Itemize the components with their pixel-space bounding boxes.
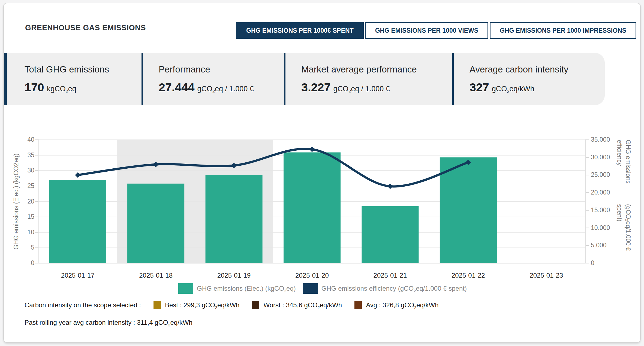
stat-total-ghg-emissions: Total GHG emissions 170kgCO2eq [4,53,142,105]
x-axis-label-2025-01-20: 2025-01-20 [281,272,344,279]
worst-swatch [252,301,259,309]
line-series-swatch [303,283,318,294]
avg-swatch [354,301,362,309]
right-axis-label-line1: GHG emissions efficiency [615,140,633,204]
right-axis-tick-label: 20.000 [591,189,610,196]
right-axis-label-line2: (gCO2eq/1.000 € spent) [615,204,633,263]
avg-label: Avg : 326,8 gCO2eq/kWh [366,301,438,309]
left-axis-tick-label: 10 [15,229,34,236]
x-axis-label-2025-01-21: 2025-01-21 [359,272,422,279]
chart-bar-2025-01-20 [284,152,341,263]
left-axis-tick-label: 0 [15,259,34,267]
x-axis-label-2025-01-22: 2025-01-22 [437,272,499,279]
left-axis-tick-label: 25 [15,182,34,190]
stat-label: Performance [159,64,284,75]
past-rolling-year-note: Past rolling year avg carbon intensity :… [25,319,192,326]
left-axis-tick-label: 40 [15,136,34,143]
chart-line-marker [309,147,315,152]
stat-value: 327 [470,81,489,94]
chart-bar-2025-01-19 [206,175,263,263]
chart-bar-2025-01-21 [362,206,419,263]
stat-market-average-performance: Market average performance 3.227gCO2eq /… [284,53,452,105]
scope-item-best: Best : 299,3 gCO2eq/kWh [154,301,240,309]
right-axis-tick-label: 25.000 [591,171,610,178]
chart-line-marker [75,172,80,178]
x-axis-label-2025-01-18: 2025-01-18 [125,272,187,279]
stat-label: Total GHG emissions [25,64,142,75]
stat-value: 27.444 [159,81,195,94]
chart-plot-area [39,140,585,263]
chart-legend: GHG emissions (Elec.) (kgCO2eq) GHG emis… [4,283,641,294]
left-axis-tick-label: 30 [15,167,34,174]
stat-average-carbon-intensity: Average carbon intensity 327gCO2eq/kWh [452,53,605,105]
scope-intro-text: Carbon intensity on the scope selected : [25,301,141,309]
tab-ghg-per-1000-views[interactable]: GHG EMISSIONS PER 1000 VIEWS [365,22,488,39]
left-axis-tick-label: 15 [15,213,34,220]
legend-label: GHG emissions (Elec.) (kgCO2eq) [197,285,296,292]
carbon-intensity-scope-row: Carbon intensity on the scope selected :… [25,301,439,309]
dashboard-card: GREENHOUSE GAS EMISSIONS GHG EMISSIONS P… [3,3,641,343]
chart-bar-2025-01-22 [440,157,497,263]
right-axis-tick-label: 10.000 [591,224,610,232]
left-axis-tick-label: 20 [15,198,34,205]
stat-value: 170 [25,81,44,94]
stat-value: 3.227 [301,81,331,94]
tab-bar: GHG EMISSIONS PER 1000€ SPENT GHG EMISSI… [236,22,636,39]
right-axis-tick-label: 30.000 [591,154,610,161]
x-axis-label-2025-01-17: 2025-01-17 [46,272,109,279]
legend-item-line: GHG emissions efficiency (gCO2eq/1.000 €… [303,283,467,294]
right-axis-tick-label: 15.000 [591,207,610,214]
stat-unit: kgCO2eq [47,85,76,93]
legend-item-bars: GHG emissions (Elec.) (kgCO2eq) [178,283,296,294]
worst-label: Worst : 345,6 gCO2eq/kWh [263,301,342,309]
right-axis-tick-label: 0 [591,259,594,267]
left-axis-tick-label: 5 [15,244,34,251]
x-axis-label-2025-01-23: 2025-01-23 [515,272,578,279]
chart-svg [39,140,585,263]
chart-bar-2025-01-18 [127,184,184,263]
page: GREENHOUSE GAS EMISSIONS GHG EMISSIONS P… [0,0,644,346]
left-axis-tick-label: 35 [15,151,34,159]
stats-accent-bar [4,53,7,105]
tab-ghg-per-1000-spent[interactable]: GHG EMISSIONS PER 1000€ SPENT [236,22,364,39]
stat-label: Average carbon intensity [470,64,605,75]
right-axis-tick-label: 5.000 [591,242,607,249]
legend-label: GHG emissions efficiency (gCO2eq/1.000 €… [321,285,467,292]
scope-item-avg: Avg : 326,8 gCO2eq/kWh [354,301,438,309]
stat-unit: gCO2eq / 1.000 € [197,85,254,93]
tab-ghg-per-1000-impressions[interactable]: GHG EMISSIONS PER 1000 IMPRESSIONS [490,22,636,39]
best-swatch [154,301,161,309]
chart-bar-2025-01-17 [49,180,106,263]
chart-line-marker [387,184,393,189]
bar-series-swatch [178,283,193,294]
right-axis-tick-label: 35.000 [591,136,610,143]
page-title: GREENHOUSE GAS EMISSIONS [25,23,146,32]
stat-unit: gCO2eq/kWh [492,85,534,93]
right-axis-label: GHG emissions efficiency (gCO2eq/1.000 €… [614,140,634,263]
stat-label: Market average performance [301,64,452,75]
x-axis-label-2025-01-19: 2025-01-19 [203,272,265,279]
best-label: Best : 299,3 gCO2eq/kWh [165,301,240,309]
stat-performance: Performance 27.444gCO2eq / 1.000 € [142,53,284,105]
stats-band: Total GHG emissions 170kgCO2eq Performan… [4,53,605,105]
scope-item-worst: Worst : 345,6 gCO2eq/kWh [252,301,342,309]
stat-unit: gCO2eq / 1.000 € [333,85,390,93]
